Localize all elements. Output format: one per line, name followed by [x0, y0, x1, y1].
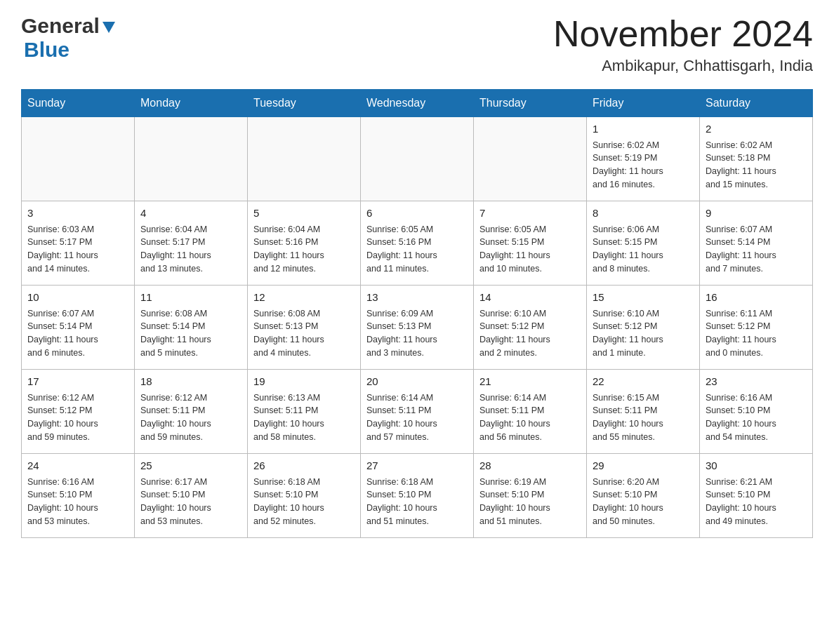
week-row: 10Sunrise: 6:07 AM Sunset: 5:14 PM Dayli… — [22, 286, 813, 370]
calendar-cell: 21Sunrise: 6:14 AM Sunset: 5:11 PM Dayli… — [474, 370, 587, 454]
calendar-cell: 4Sunrise: 6:04 AM Sunset: 5:17 PM Daylig… — [135, 201, 248, 286]
day-info: Sunrise: 6:08 AM Sunset: 5:14 PM Dayligh… — [140, 307, 241, 360]
day-of-week-header: Monday — [135, 90, 248, 117]
calendar-cell: 22Sunrise: 6:15 AM Sunset: 5:11 PM Dayli… — [587, 370, 700, 454]
subtitle: Ambikapur, Chhattisgarh, India — [553, 57, 813, 75]
day-number: 15 — [593, 290, 694, 306]
day-info: Sunrise: 6:14 AM Sunset: 5:11 PM Dayligh… — [366, 391, 468, 444]
calendar-cell: 12Sunrise: 6:08 AM Sunset: 5:13 PM Dayli… — [248, 286, 361, 370]
day-info: Sunrise: 6:16 AM Sunset: 5:10 PM Dayligh… — [27, 476, 128, 528]
calendar-cell: 1Sunrise: 6:02 AM Sunset: 5:19 PM Daylig… — [587, 117, 700, 201]
calendar-cell: 7Sunrise: 6:05 AM Sunset: 5:15 PM Daylig… — [474, 201, 587, 286]
day-number: 28 — [479, 458, 581, 474]
day-number: 18 — [140, 374, 241, 390]
main-title: November 2024 — [553, 14, 813, 54]
day-info: Sunrise: 6:12 AM Sunset: 5:11 PM Dayligh… — [140, 391, 241, 444]
day-info: Sunrise: 6:17 AM Sunset: 5:10 PM Dayligh… — [140, 476, 241, 528]
calendar-cell: 25Sunrise: 6:17 AM Sunset: 5:10 PM Dayli… — [135, 454, 248, 538]
day-number: 9 — [706, 206, 807, 222]
calendar-cell: 29Sunrise: 6:20 AM Sunset: 5:10 PM Dayli… — [587, 454, 700, 538]
day-info: Sunrise: 6:13 AM Sunset: 5:11 PM Dayligh… — [253, 391, 355, 444]
week-row: 1Sunrise: 6:02 AM Sunset: 5:19 PM Daylig… — [22, 117, 813, 201]
day-number: 2 — [706, 121, 807, 137]
day-info: Sunrise: 6:15 AM Sunset: 5:11 PM Dayligh… — [593, 391, 694, 444]
calendar-cell: 23Sunrise: 6:16 AM Sunset: 5:10 PM Dayli… — [700, 370, 813, 454]
day-number: 29 — [593, 458, 694, 474]
calendar-cell: 9Sunrise: 6:07 AM Sunset: 5:14 PM Daylig… — [700, 201, 813, 286]
calendar-cell: 3Sunrise: 6:03 AM Sunset: 5:17 PM Daylig… — [22, 201, 135, 286]
day-number: 10 — [27, 290, 128, 306]
calendar-cell — [474, 117, 587, 201]
day-number: 3 — [27, 206, 128, 222]
day-number: 8 — [593, 206, 694, 222]
days-of-week-row: SundayMondayTuesdayWednesdayThursdayFrid… — [22, 90, 813, 117]
day-of-week-header: Wednesday — [361, 90, 474, 117]
week-row: 24Sunrise: 6:16 AM Sunset: 5:10 PM Dayli… — [22, 454, 813, 538]
day-info: Sunrise: 6:02 AM Sunset: 5:18 PM Dayligh… — [706, 139, 807, 192]
day-info: Sunrise: 6:04 AM Sunset: 5:17 PM Dayligh… — [140, 223, 241, 276]
day-info: Sunrise: 6:07 AM Sunset: 5:14 PM Dayligh… — [27, 307, 128, 360]
calendar-cell: 6Sunrise: 6:05 AM Sunset: 5:16 PM Daylig… — [361, 201, 474, 286]
calendar-cell: 14Sunrise: 6:10 AM Sunset: 5:12 PM Dayli… — [474, 286, 587, 370]
day-info: Sunrise: 6:21 AM Sunset: 5:10 PM Dayligh… — [706, 476, 807, 528]
day-number: 12 — [253, 290, 355, 306]
day-info: Sunrise: 6:10 AM Sunset: 5:12 PM Dayligh… — [593, 307, 694, 360]
calendar-cell: 10Sunrise: 6:07 AM Sunset: 5:14 PM Dayli… — [22, 286, 135, 370]
day-number: 4 — [140, 206, 241, 222]
day-info: Sunrise: 6:19 AM Sunset: 5:10 PM Dayligh… — [479, 476, 581, 528]
calendar-cell: 13Sunrise: 6:09 AM Sunset: 5:13 PM Dayli… — [361, 286, 474, 370]
calendar-cell: 20Sunrise: 6:14 AM Sunset: 5:11 PM Dayli… — [361, 370, 474, 454]
day-number: 14 — [479, 290, 581, 306]
day-of-week-header: Sunday — [22, 90, 135, 117]
calendar-header: SundayMondayTuesdayWednesdayThursdayFrid… — [22, 90, 813, 117]
day-number: 16 — [706, 290, 807, 306]
day-info: Sunrise: 6:10 AM Sunset: 5:12 PM Dayligh… — [479, 307, 581, 360]
day-number: 27 — [366, 458, 468, 474]
calendar-cell: 8Sunrise: 6:06 AM Sunset: 5:15 PM Daylig… — [587, 201, 700, 286]
calendar-cell: 17Sunrise: 6:12 AM Sunset: 5:12 PM Dayli… — [22, 370, 135, 454]
day-info: Sunrise: 6:18 AM Sunset: 5:10 PM Dayligh… — [366, 476, 468, 528]
day-number: 21 — [479, 374, 581, 390]
calendar-body: 1Sunrise: 6:02 AM Sunset: 5:19 PM Daylig… — [22, 117, 813, 538]
week-row: 3Sunrise: 6:03 AM Sunset: 5:17 PM Daylig… — [22, 201, 813, 286]
calendar-cell: 11Sunrise: 6:08 AM Sunset: 5:14 PM Dayli… — [135, 286, 248, 370]
calendar-cell — [135, 117, 248, 201]
day-number: 19 — [253, 374, 355, 390]
day-info: Sunrise: 6:04 AM Sunset: 5:16 PM Dayligh… — [253, 223, 355, 276]
day-number: 13 — [366, 290, 468, 306]
day-info: Sunrise: 6:09 AM Sunset: 5:13 PM Dayligh… — [366, 307, 468, 360]
calendar-cell — [248, 117, 361, 201]
day-of-week-header: Friday — [587, 90, 700, 117]
calendar-cell: 15Sunrise: 6:10 AM Sunset: 5:12 PM Dayli… — [587, 286, 700, 370]
day-number: 1 — [593, 121, 694, 137]
calendar-cell: 2Sunrise: 6:02 AM Sunset: 5:18 PM Daylig… — [700, 117, 813, 201]
day-info: Sunrise: 6:07 AM Sunset: 5:14 PM Dayligh… — [706, 223, 807, 276]
day-info: Sunrise: 6:12 AM Sunset: 5:12 PM Dayligh… — [27, 391, 128, 444]
calendar-cell: 24Sunrise: 6:16 AM Sunset: 5:10 PM Dayli… — [22, 454, 135, 538]
day-number: 22 — [593, 374, 694, 390]
day-info: Sunrise: 6:18 AM Sunset: 5:10 PM Dayligh… — [253, 476, 355, 528]
day-info: Sunrise: 6:20 AM Sunset: 5:10 PM Dayligh… — [593, 476, 694, 528]
calendar: SundayMondayTuesdayWednesdayThursdayFrid… — [21, 89, 813, 538]
day-number: 6 — [366, 206, 468, 222]
day-info: Sunrise: 6:08 AM Sunset: 5:13 PM Dayligh… — [253, 307, 355, 360]
day-number: 30 — [706, 458, 807, 474]
calendar-cell: 30Sunrise: 6:21 AM Sunset: 5:10 PM Dayli… — [700, 454, 813, 538]
day-number: 26 — [253, 458, 355, 474]
day-info: Sunrise: 6:02 AM Sunset: 5:19 PM Dayligh… — [593, 139, 694, 192]
day-info: Sunrise: 6:16 AM Sunset: 5:10 PM Dayligh… — [706, 391, 807, 444]
calendar-cell: 28Sunrise: 6:19 AM Sunset: 5:10 PM Dayli… — [474, 454, 587, 538]
calendar-cell: 16Sunrise: 6:11 AM Sunset: 5:12 PM Dayli… — [700, 286, 813, 370]
calendar-cell: 5Sunrise: 6:04 AM Sunset: 5:16 PM Daylig… — [248, 201, 361, 286]
day-number: 25 — [140, 458, 241, 474]
day-of-week-header: Saturday — [700, 90, 813, 117]
day-number: 7 — [479, 206, 581, 222]
day-info: Sunrise: 6:14 AM Sunset: 5:11 PM Dayligh… — [479, 391, 581, 444]
day-number: 23 — [706, 374, 807, 390]
logo-triangle-icon — [101, 19, 117, 34]
day-info: Sunrise: 6:06 AM Sunset: 5:15 PM Dayligh… — [593, 223, 694, 276]
day-number: 20 — [366, 374, 468, 390]
calendar-cell: 18Sunrise: 6:12 AM Sunset: 5:11 PM Dayli… — [135, 370, 248, 454]
calendar-cell: 19Sunrise: 6:13 AM Sunset: 5:11 PM Dayli… — [248, 370, 361, 454]
calendar-cell: 27Sunrise: 6:18 AM Sunset: 5:10 PM Dayli… — [361, 454, 474, 538]
